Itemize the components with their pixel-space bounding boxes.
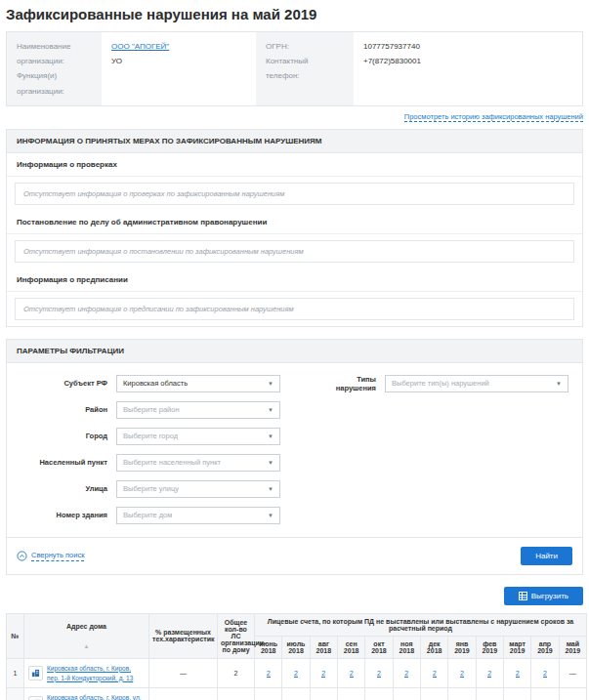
filters-right-column: Типы нарушения Выберите тип(ы) нарушений… bbox=[322, 375, 572, 533]
org-function-label: Функция(и) организации: bbox=[17, 68, 92, 98]
building-icon bbox=[28, 696, 43, 700]
account-count-link[interactable]: 2 bbox=[404, 670, 408, 678]
district-label: Район bbox=[17, 405, 116, 414]
view-history-link[interactable]: Просмотреть историю зафиксированных нару… bbox=[404, 112, 583, 122]
col-header-month: апр 2019 bbox=[531, 636, 559, 658]
house-number-placeholder: Выберите дом bbox=[123, 511, 172, 519]
chevron-down-icon: ▼ bbox=[268, 460, 273, 466]
total-cell: 2 bbox=[218, 658, 255, 688]
percent-cell: — bbox=[149, 658, 218, 688]
filter-row-city: Город Выберите город ▼ bbox=[17, 428, 295, 445]
page-title: Зафиксированные нарушения на май 2019 bbox=[6, 6, 585, 22]
collapse-search-label: Свернуть поиск bbox=[31, 551, 84, 561]
row-number: 2 bbox=[7, 688, 24, 700]
phone-value: +7(872)5830001 bbox=[363, 54, 572, 68]
ogrn-label: ОГРН: bbox=[266, 39, 344, 54]
settlement-select[interactable]: Выберите населенный пункт ▼ bbox=[116, 454, 280, 472]
violations-table: № Адрес дома ▲ % размещенных тех.характе… bbox=[6, 613, 587, 700]
account-count-link[interactable]: 2 bbox=[294, 670, 298, 678]
search-button[interactable]: Найти bbox=[521, 547, 572, 565]
prescription-empty-text: Отсутствует информация о предписании по … bbox=[15, 298, 574, 320]
export-button[interactable]: Выгрузить bbox=[504, 587, 583, 605]
page: Зафиксированные нарушения на май 2019 На… bbox=[0, 0, 589, 700]
export-button-label: Выгрузить bbox=[531, 592, 568, 600]
org-info-card: Наименование организации: Функция(и) орг… bbox=[6, 31, 583, 106]
org-values-left: ООО "АПОГЕЙ" УО bbox=[102, 32, 256, 105]
org-values-right: 1077757937740 +7(872)5830001 bbox=[354, 32, 582, 105]
no-data-dash: — bbox=[569, 670, 576, 677]
table-row: 1 Кировская область, г. Киров, пер. 1-й … bbox=[7, 658, 587, 688]
org-labels-left: Наименование организации: Функция(и) орг… bbox=[7, 32, 102, 105]
filters-left-column: Субъект РФ Кировская область ▼ Район Выб… bbox=[17, 375, 295, 533]
building-icon bbox=[28, 666, 43, 680]
account-count-link[interactable]: 2 bbox=[516, 670, 520, 678]
subject-rf-value: Кировская область bbox=[123, 379, 188, 388]
district-select[interactable]: Выберите район ▼ bbox=[116, 401, 280, 419]
city-select[interactable]: Выберите город ▼ bbox=[116, 428, 280, 445]
col-header-address-label: Адрес дома bbox=[66, 623, 106, 630]
account-count-link[interactable]: 2 bbox=[267, 670, 271, 678]
col-header-no: № bbox=[7, 613, 24, 658]
street-label: Улица bbox=[17, 484, 116, 493]
account-count-link[interactable]: 2 bbox=[460, 670, 464, 678]
house-number-select[interactable]: Выберите дом ▼ bbox=[116, 507, 280, 524]
address-link[interactable]: Кировская область, г. Киров, пер. 1-й Ко… bbox=[47, 664, 145, 683]
org-labels-right: ОГРН: Контактный телефон: bbox=[256, 32, 354, 105]
col-header-month: авг 2018 bbox=[310, 636, 337, 658]
account-count-link[interactable]: 2 bbox=[487, 670, 491, 678]
account-count-link[interactable]: 2 bbox=[350, 670, 354, 678]
filter-row-subject: Субъект РФ Кировская область ▼ bbox=[17, 375, 295, 392]
settlement-label: Населенный пункт bbox=[17, 458, 116, 467]
account-count-link[interactable]: 2 bbox=[543, 670, 547, 678]
resolution-heading: Постановление по делу об административно… bbox=[7, 211, 582, 234]
col-header-month: янв 2019 bbox=[448, 636, 476, 658]
chevron-down-icon: ▼ bbox=[268, 433, 273, 439]
resolution-empty-text: Отсутствует информация о постановлении п… bbox=[15, 240, 574, 263]
col-header-percent: % размещенных тех.характеристик bbox=[149, 613, 218, 658]
filter-row-house: Номер здания Выберите дом ▼ bbox=[17, 507, 295, 524]
col-header-month: сен 2018 bbox=[337, 636, 364, 658]
violation-types-label: Типы нарушения bbox=[322, 375, 385, 392]
street-placeholder: Выберите улицу bbox=[123, 484, 179, 493]
filters-panel: ПАРАМЕТРЫ ФИЛЬТРАЦИИ Субъект РФ Кировска… bbox=[6, 339, 583, 575]
row-number: 1 bbox=[7, 658, 24, 688]
spreadsheet-icon bbox=[519, 592, 527, 600]
phone-label: Контактный телефон: bbox=[266, 54, 344, 83]
collapse-search-link[interactable]: Свернуть поиск bbox=[17, 551, 84, 561]
col-header-month: окт 2018 bbox=[365, 636, 393, 658]
chevron-down-icon: ▼ bbox=[268, 407, 273, 413]
col-header-total: Общее кол-во ЛС организации по дому bbox=[218, 613, 255, 658]
inspections-empty-text: Отсутствует информация о проверках по за… bbox=[15, 183, 574, 205]
history-link-row: Просмотреть историю зафиксированных нару… bbox=[6, 112, 583, 121]
prescription-heading: Информация о предписании bbox=[7, 268, 582, 292]
col-header-month: июль 2018 bbox=[282, 636, 310, 658]
col-header-month: март 2019 bbox=[503, 636, 530, 658]
sort-asc-icon[interactable]: ▲ bbox=[27, 643, 146, 649]
city-label: Город bbox=[17, 432, 116, 440]
subject-rf-select[interactable]: Кировская область ▼ bbox=[116, 375, 280, 392]
violation-types-select[interactable]: Выберите тип(ы) нарушений ▼ bbox=[385, 375, 568, 392]
org-name-link[interactable]: ООО "АПОГЕЙ" bbox=[111, 42, 169, 51]
filter-row-settlement: Населенный пункт Выберите населенный пун… bbox=[17, 454, 295, 472]
filter-row-street: Улица Выберите улицу ▼ bbox=[17, 480, 295, 498]
filter-row-district: Район Выберите район ▼ bbox=[17, 401, 295, 419]
ogrn-value: 1077757937740 bbox=[363, 39, 572, 54]
measures-panel-title: ИНФОРМАЦИЯ О ПРИНЯТЫХ МЕРАХ ПО ЗАФИКСИРО… bbox=[7, 130, 582, 153]
account-count-link[interactable]: 2 bbox=[433, 670, 437, 678]
chevron-down-icon: ▼ bbox=[268, 513, 273, 518]
account-count-link[interactable]: 2 bbox=[377, 670, 381, 678]
address-link[interactable]: Кировская область, г. Киров, ул. Ленина,… bbox=[47, 693, 145, 700]
filters-footer: Свернуть поиск Найти bbox=[7, 537, 582, 574]
account-count-link[interactable]: 2 bbox=[321, 670, 325, 678]
col-header-address[interactable]: Адрес дома ▲ bbox=[24, 613, 149, 658]
street-select[interactable]: Выберите улицу ▼ bbox=[116, 480, 280, 498]
total-cell: 2 bbox=[218, 688, 255, 700]
percent-cell: — bbox=[149, 688, 218, 700]
col-header-month: дек 2018 bbox=[420, 636, 447, 658]
city-placeholder: Выберите город bbox=[123, 432, 178, 440]
col-header-month: фев 2019 bbox=[476, 636, 503, 658]
export-row: Выгрузить bbox=[6, 587, 583, 605]
col-header-month: ноя 2018 bbox=[393, 636, 420, 658]
table-row: 2 Кировская область, г. Киров, ул. Ленин… bbox=[7, 688, 587, 700]
inspections-heading: Информация о проверках bbox=[7, 153, 582, 177]
